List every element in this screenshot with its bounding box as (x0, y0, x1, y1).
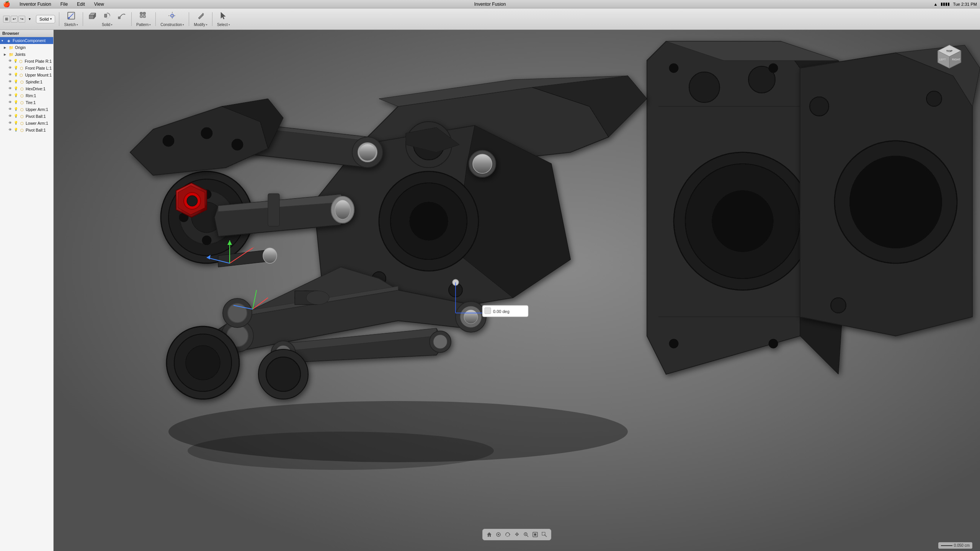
pivot-ball-1a-label: Pivot Ball:1 (26, 114, 46, 119)
browser-item-upper-mount[interactable]: 👁 💡 ⬡ Upper Mount:1 (0, 72, 53, 78)
bulb-icon-hd[interactable]: 💡 (14, 86, 18, 91)
toolbar-group-sketch: Sketch ▾ (62, 10, 80, 28)
toolbar-icon-btn-3[interactable]: ↪ (18, 16, 25, 23)
nav-orbit-btn[interactable] (503, 530, 512, 539)
eye-icon-fpl[interactable]: 👁 (8, 66, 13, 70)
solid-icon-btn-1[interactable] (85, 10, 99, 21)
nav-fit-btn[interactable] (531, 530, 539, 539)
bulb-icon-tire[interactable]: 💡 (14, 100, 18, 105)
eye-icon-sp[interactable]: 👁 (8, 80, 13, 84)
construction-icon-btn[interactable] (165, 10, 179, 21)
pattern-arrow: ▾ (149, 23, 151, 26)
sketch-icon-btn[interactable] (64, 10, 78, 21)
menubar: 🍎 Inventor Fusion File Edit View Invento… (0, 0, 980, 8)
sep5 (189, 12, 189, 26)
eye-icon-la[interactable]: 👁 (8, 121, 13, 126)
solid-icon-btn-3[interactable] (115, 10, 129, 21)
bulb-icon-fpr[interactable]: 💡 (13, 59, 18, 64)
scale-indicator: 0.050 cm (938, 542, 972, 549)
window-title: Inventor Fusion (474, 2, 506, 7)
toolbar-icon-btn-1[interactable]: ⊞ (3, 16, 10, 23)
bulb-icon-ua[interactable]: 💡 (14, 107, 18, 112)
extrude-icon (88, 11, 97, 20)
browser-item-joints[interactable]: ▶ 📁 Joints (0, 51, 53, 58)
bulb-icon-um[interactable]: 💡 (14, 73, 18, 77)
browser-item-hexdrive[interactable]: 👁 💡 ⬡ HexDrive:1 (0, 85, 53, 92)
toolbar-group-construction: Construction ▾ (158, 10, 186, 28)
toolbar-icon-btn-4[interactable]: ▾ (26, 16, 33, 23)
browser-item-lower-arm[interactable]: 👁 💡 ⬡ Lower Arm:1 (0, 120, 53, 127)
nav-look-btn[interactable] (494, 530, 503, 539)
eye-icon-hd[interactable]: 👁 (8, 86, 13, 91)
browser-item-front-plate-r[interactable]: 👁 💡 ⬡ Front Plate R:1 (0, 58, 53, 65)
sketch-dropdown[interactable]: Sketch ▾ (62, 21, 80, 28)
pivot-ball-1b-label: Pivot Ball:1 (26, 128, 46, 132)
bulb-icon-rim[interactable]: 💡 (14, 93, 18, 98)
bulb-icon-pb2[interactable]: 💡 (14, 128, 18, 132)
solid-dropdown[interactable]: Solid ▾ (36, 15, 55, 23)
svg-point-78 (232, 139, 243, 150)
svg-rect-12 (143, 15, 145, 18)
bulb-icon-fpl[interactable]: 💡 (14, 66, 18, 70)
svg-point-2 (68, 17, 70, 19)
pattern-icon-btn[interactable] (137, 10, 150, 21)
edit-menu-item[interactable]: Edit (75, 1, 87, 7)
eye-icon-rim[interactable]: 👁 (8, 93, 13, 98)
3d-viewport[interactable]: 0.00 deg TOP RIGHT LEFT (54, 30, 980, 551)
svg-point-37 (410, 202, 448, 240)
browser-item-origin[interactable]: ▶ 📁 Origin (0, 44, 53, 51)
browser-item-fusion-component[interactable]: ▾ ◈ FusionComponent (0, 37, 53, 44)
toolbar-icon-btn-2[interactable]: ↩ (11, 16, 18, 23)
solid-group-dropdown[interactable]: Solid ▾ (100, 21, 115, 28)
modify-dropdown[interactable]: Modify ▾ (191, 21, 209, 28)
browser-item-upper-arm[interactable]: 👁 💡 ⬡ Upper Arm:1 (0, 106, 53, 113)
eye-icon-pb2[interactable]: 👁 (8, 128, 13, 132)
browser-item-tire[interactable]: 👁 💡 ⬡ Tire:1 (0, 99, 53, 106)
pattern-dropdown[interactable]: Pattern ▾ (134, 21, 153, 28)
modify-arrow: ▾ (206, 23, 207, 26)
construction-dropdown[interactable]: Construction ▾ (158, 21, 186, 28)
view-menu-item[interactable]: View (93, 1, 106, 7)
svg-point-28 (669, 339, 678, 348)
upper-arm-label: Upper Arm:1 (26, 107, 48, 112)
svg-line-115 (527, 535, 528, 537)
select-icon-btn[interactable] (217, 10, 230, 21)
nav-zoom-btn[interactable] (522, 530, 530, 539)
body-icon-tire: ⬡ (19, 100, 24, 105)
browser-item-front-plate-l[interactable]: 👁 💡 ⬡ Front Plate L:1 (0, 65, 53, 72)
svg-point-83 (266, 357, 301, 391)
nav-zoombox-btn[interactable] (540, 530, 549, 539)
browser-item-pivot-ball-2[interactable]: 👁 💡 ⬡ Pivot Ball:1 (0, 127, 53, 134)
sep2 (83, 12, 83, 26)
svg-point-31 (850, 156, 942, 248)
toolbar-group-solid: Solid ▾ (85, 10, 129, 28)
bulb-icon-pb1[interactable]: 💡 (14, 114, 18, 119)
svg-point-26 (669, 64, 678, 73)
sweep-icon (118, 11, 127, 20)
select-dropdown[interactable]: Select ▾ (215, 21, 232, 28)
eye-icon-fpr[interactable]: 👁 (8, 59, 13, 64)
solid-icon-btn-2[interactable] (100, 10, 114, 21)
bulb-icon-la[interactable]: 💡 (14, 121, 18, 126)
apple-menu[interactable]: 🍎 (3, 1, 10, 8)
app-menu-item[interactable]: Inventor Fusion (18, 1, 53, 7)
browser-item-pivot-ball-1[interactable]: 👁 💡 ⬡ Pivot Ball:1 (0, 113, 53, 120)
svg-text:RIGHT: RIGHT (952, 58, 961, 61)
file-menu-item[interactable]: File (59, 1, 69, 7)
eye-icon-tire[interactable]: 👁 (8, 100, 13, 105)
browser-item-spindle[interactable]: 👁 💡 ⬡ Spindle:1 (0, 78, 53, 85)
viewcube[interactable]: TOP RIGHT LEFT (934, 41, 965, 72)
browser-item-rim[interactable]: 👁 💡 ⬡ Rim:1 (0, 92, 53, 99)
eye-icon-um[interactable]: 👁 (8, 73, 13, 77)
nav-pan-btn[interactable]: ✥ (513, 530, 521, 539)
eye-icon-pb1[interactable]: 👁 (8, 114, 13, 119)
svg-point-34 (831, 298, 846, 313)
eye-icon-ua[interactable]: 👁 (8, 107, 13, 112)
modify-icon-btn[interactable] (194, 10, 207, 21)
svg-rect-119 (534, 533, 536, 536)
nav-home-btn[interactable] (485, 530, 493, 539)
pattern-label: Pattern (136, 23, 149, 27)
joints-folder-icon: 📁 (8, 52, 14, 57)
3d-scene: 0.00 deg (54, 30, 980, 551)
bulb-icon-sp[interactable]: 💡 (14, 80, 18, 84)
